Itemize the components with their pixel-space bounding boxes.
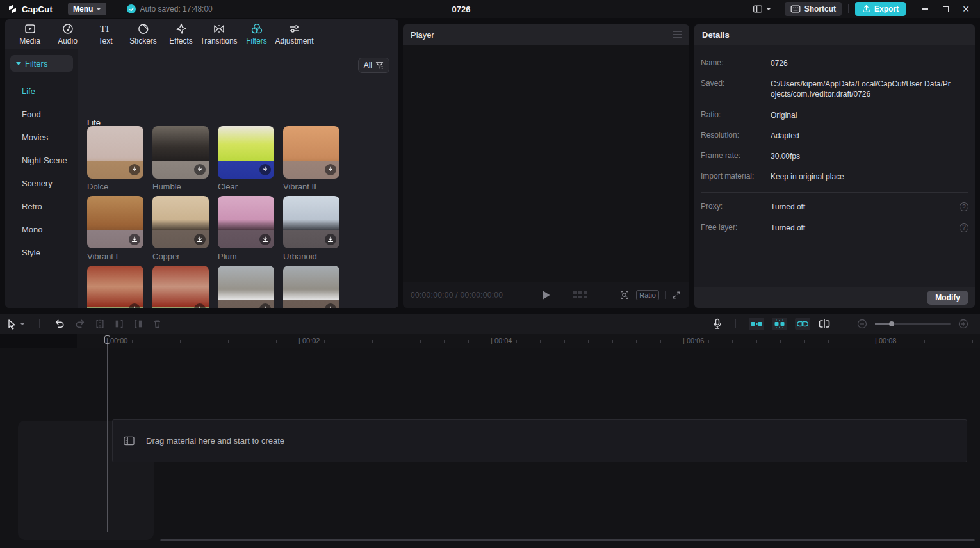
download-icon[interactable] — [129, 303, 140, 308]
tab-label: Stickers — [129, 36, 157, 45]
playhead-handle[interactable] — [104, 335, 110, 344]
divider — [701, 192, 968, 193]
download-icon[interactable] — [129, 164, 140, 175]
main-track-magnet-button[interactable] — [749, 318, 764, 330]
download-icon[interactable] — [194, 234, 206, 245]
filter-thumbnail[interactable] — [218, 126, 274, 179]
transitions-icon — [212, 22, 226, 35]
download-icon[interactable] — [325, 164, 336, 175]
tab-transitions[interactable]: Transitions — [200, 22, 237, 45]
sidebar-item-scenery[interactable]: Scenery — [5, 172, 78, 195]
sidebar-item-life[interactable]: Life — [5, 79, 78, 102]
timeline-ruler[interactable]: | 00:00| 00:02| 00:04| 00:06| 00:08 — [77, 334, 980, 348]
filter-card-vibrant-ii[interactable]: Vibrant II — [283, 126, 339, 192]
filter-card[interactable] — [283, 266, 339, 308]
sidebar-item-style[interactable]: Style — [5, 241, 78, 264]
help-icon[interactable]: ? — [960, 202, 968, 211]
tab-stickers[interactable]: Stickers — [125, 22, 161, 45]
link-clips-button[interactable] — [795, 318, 810, 330]
ratio-button[interactable]: Ratio — [636, 290, 659, 300]
shortcut-button[interactable]: Shortcut — [785, 2, 842, 16]
sidebar-group-filters[interactable]: Filters — [10, 55, 73, 72]
sidebar-item-night-scene[interactable]: Night Scene — [5, 149, 78, 172]
filter-card-plum[interactable]: Plum — [218, 196, 274, 262]
horizontal-scrollbar[interactable] — [160, 539, 975, 541]
tab-effects[interactable]: Effects — [163, 22, 199, 45]
filter-thumbnail[interactable] — [152, 266, 209, 308]
zoom-out-icon[interactable] — [857, 319, 867, 329]
delete-right-icon[interactable] — [133, 319, 143, 329]
funnel-filter-icon — [375, 61, 384, 70]
menu-button[interactable]: Menu — [68, 3, 106, 15]
sidebar-item-movies[interactable]: Movies — [5, 125, 78, 149]
playhead-line[interactable] — [107, 339, 108, 532]
preview-quality-icon[interactable] — [619, 289, 630, 301]
zoom-in-icon[interactable] — [958, 319, 968, 329]
tab-audio[interactable]: Audio — [49, 22, 86, 45]
effects-icon — [175, 22, 188, 35]
play-button[interactable] — [542, 290, 551, 300]
download-icon[interactable] — [259, 234, 271, 245]
tab-text[interactable]: TIText — [87, 22, 124, 45]
details-row: Import material:Keep in original place — [701, 167, 968, 188]
player-menu-icon[interactable] — [673, 31, 682, 38]
download-icon[interactable] — [129, 234, 140, 245]
ruler-tick — [636, 340, 637, 343]
download-icon[interactable] — [325, 303, 336, 308]
download-icon[interactable] — [194, 303, 206, 308]
layout-switch-button[interactable] — [752, 3, 771, 15]
filter-thumbnail[interactable] — [152, 126, 209, 179]
tab-filters[interactable]: Filters — [238, 22, 275, 45]
record-voiceover-icon[interactable] — [712, 318, 723, 330]
filter-thumbnail[interactable] — [283, 196, 339, 248]
export-button[interactable]: Export — [855, 2, 906, 16]
zoom-slider-handle[interactable] — [889, 321, 894, 326]
undo-icon[interactable] — [54, 319, 65, 329]
tab-media[interactable]: Media — [12, 22, 48, 45]
filter-thumbnail[interactable] — [87, 196, 143, 248]
filter-all-button[interactable]: All — [358, 58, 389, 73]
filter-thumbnail[interactable] — [87, 266, 143, 308]
filter-card-copper[interactable]: Copper — [152, 196, 209, 262]
details-row-label: Name: — [701, 58, 771, 68]
filter-thumbnail[interactable] — [218, 266, 274, 308]
filter-card-urbanoid[interactable]: Urbanoid — [283, 196, 339, 262]
filter-thumbnail[interactable] — [283, 266, 339, 308]
preview-axis-icon[interactable] — [818, 319, 831, 329]
filter-card[interactable] — [87, 266, 143, 308]
redo-icon[interactable] — [74, 319, 86, 329]
select-tool-button[interactable] — [6, 319, 25, 330]
fullscreen-icon[interactable] — [671, 290, 682, 300]
close-button[interactable]: ✕ — [957, 1, 975, 17]
timeline-zoom-slider[interactable] — [875, 323, 951, 325]
sidebar-item-retro[interactable]: Retro — [5, 195, 78, 218]
minimize-button[interactable] — [916, 1, 934, 17]
download-icon[interactable] — [259, 164, 271, 175]
download-icon[interactable] — [325, 234, 336, 245]
filter-thumbnail[interactable] — [152, 196, 209, 248]
player-viewport[interactable] — [403, 45, 689, 282]
filter-card[interactable] — [218, 266, 274, 308]
frames-view-icon[interactable] — [573, 291, 587, 300]
sidebar-item-food[interactable]: Food — [5, 102, 78, 125]
filter-card-humble[interactable]: Humble — [152, 126, 209, 192]
auto-snap-button[interactable] — [772, 318, 787, 330]
tab-adjustment[interactable]: Adjustment — [276, 22, 313, 45]
delete-left-icon[interactable] — [114, 319, 124, 329]
download-icon[interactable] — [259, 303, 271, 308]
help-icon[interactable]: ? — [960, 223, 968, 232]
maximize-button[interactable] — [936, 1, 954, 17]
filter-card-dolce[interactable]: Dolce — [87, 126, 143, 192]
filter-thumbnail[interactable] — [283, 126, 339, 179]
filter-card-vibrant-i[interactable]: Vibrant I — [87, 196, 143, 262]
timeline-dropzone[interactable]: Drag material here and start to create — [112, 419, 967, 462]
filter-card-clear[interactable]: Clear — [218, 126, 274, 192]
filter-thumbnail[interactable] — [87, 126, 143, 179]
modify-button[interactable]: Modify — [927, 291, 968, 305]
sidebar-item-mono[interactable]: Mono — [5, 218, 78, 241]
download-icon[interactable] — [194, 164, 206, 175]
filter-card[interactable] — [152, 266, 209, 308]
delete-icon[interactable] — [152, 319, 162, 329]
filter-thumbnail[interactable] — [218, 196, 274, 248]
split-icon[interactable] — [95, 319, 105, 329]
